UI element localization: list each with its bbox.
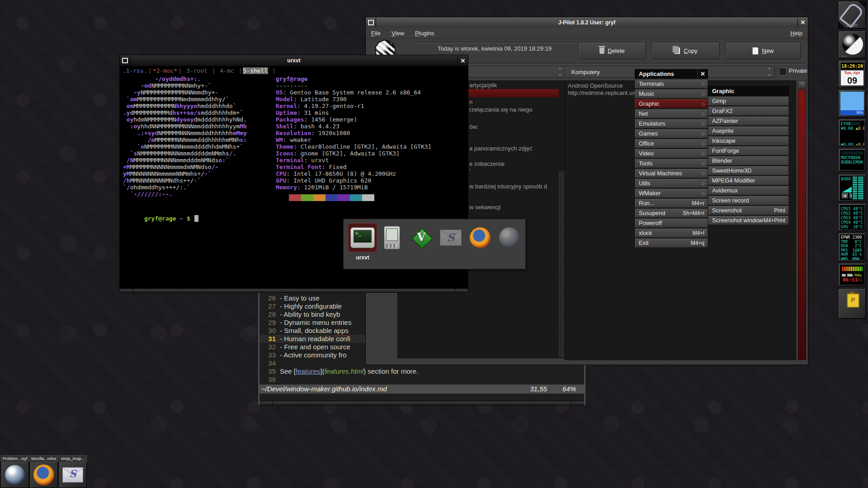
dock-bubble-monitor[interactable]: 04% (838, 89, 866, 117)
menu-item-run-[interactable]: Run...M4+r (635, 198, 708, 208)
volume-wedge-icon[interactable] (842, 187, 852, 192)
menu-item-virtual-machines[interactable]: Virtual Machines▷ (635, 169, 708, 178)
dock-ball-app[interactable]: ... (838, 31, 866, 59)
urxvt-titlebar[interactable]: urxvt ✕ (120, 55, 468, 66)
menu-item-gimp[interactable]: Gimp (708, 96, 789, 106)
menu-item-screenshot[interactable]: ScreenshotPrint (708, 206, 789, 215)
private-checkbox[interactable] (779, 68, 787, 75)
menu-item-screenshot-window[interactable]: Screenshot windowM4+Print (708, 216, 789, 225)
file-list-row[interactable]: w bardziej intuicyjny sposób d (469, 183, 547, 190)
menu-item-grafx2[interactable]: GraFX2 (708, 106, 789, 116)
menu-item-avidemux[interactable]: Avidemux (708, 186, 789, 195)
terminal-tab[interactable]: | (148, 67, 152, 74)
terminal-tab[interactable]: | (178, 67, 182, 74)
file-list-row[interactable]: ów: (469, 123, 478, 130)
dock-postit-app[interactable]: P (838, 288, 866, 319)
menu-item-games[interactable]: Games▷ (635, 129, 708, 138)
records-scrollbar[interactable]: ⌃ (798, 80, 806, 360)
close-button[interactable]: ✕ (458, 56, 468, 66)
switcher-slot-firefox[interactable] (466, 223, 495, 252)
menu-item-exit[interactable]: ExitM4+q (635, 238, 708, 248)
switcher-slot-vim[interactable]: V (407, 223, 436, 252)
menu-item-emulators[interactable]: Emulators▷ (635, 119, 708, 128)
terminal-tab[interactable]: *2-moc* (152, 67, 178, 74)
file-list-row[interactable]: a panoramicznych zdjęć (469, 145, 532, 152)
menu-view[interactable]: View (386, 28, 410, 38)
file-list-scrollbar[interactable] (559, 171, 565, 357)
dock-battery-monitor[interactable]: 90% 06:51 B1 (838, 263, 866, 286)
menu-close-icon[interactable]: ✕ (698, 70, 708, 78)
menu-help[interactable]: Help (785, 28, 808, 38)
close-button[interactable]: ✕ (797, 18, 808, 27)
menu-item-aseprite[interactable]: Aseprite (708, 126, 789, 136)
menu-item-video[interactable]: Video▷ (635, 149, 708, 158)
scrollbar-thumb[interactable] (798, 89, 806, 360)
cursor-block (194, 215, 198, 222)
new-button[interactable]: New (726, 42, 801, 59)
menu-item-poweroff[interactable]: Poweroff (635, 218, 708, 228)
vim-resizebar[interactable] (259, 401, 584, 405)
switcher-slot-jpilot[interactable] (377, 223, 406, 252)
menu-item-office[interactable]: Office▷ (635, 139, 708, 148)
record-row[interactable]: http://redmine.replicant.us/ (568, 89, 637, 96)
menu-item-blender[interactable]: Blender (708, 156, 789, 165)
terminal-tab[interactable]: | (238, 67, 243, 74)
menu-item-screen-record[interactable]: Screen record (708, 196, 789, 205)
mail-s-icon[interactable]: S (62, 467, 83, 483)
menu-item-fontforge[interactable]: FontForge (708, 146, 789, 155)
menu-item-mpeg4-modifier[interactable]: MPEG4 Modifier (708, 176, 789, 185)
applications-menu-title[interactable]: Applications ✕ (635, 69, 708, 79)
menu-item-tools[interactable]: Tools▷ (635, 159, 708, 168)
delete-button[interactable]: Delete (578, 42, 646, 59)
menu-item-xlock[interactable]: xlockM4+l (635, 228, 708, 238)
vim-line[interactable]: 36 (259, 375, 584, 384)
graphic-submenu-title[interactable]: Graphic (708, 86, 789, 96)
shell-prompt[interactable]: gryf@rage ~ $ (123, 208, 198, 229)
terminal-tab[interactable]: .1-rss. (122, 67, 148, 74)
prev-icon[interactable]: ◀ (841, 193, 848, 199)
dock-clip[interactable]: main (838, 1, 866, 29)
menu-item-net[interactable]: Net▷ (635, 109, 708, 118)
dock-weather-station[interactable]: EPWR 2300TMP 8°CDEW 2°CPRS 1009HUM 65 %W… (838, 233, 866, 262)
terminal-tab[interactable]: 5-shell (243, 67, 269, 74)
jpilot-titlebar[interactable]: J-Pilot 1.8.2 User: gryf ✕ (366, 17, 808, 28)
file-list-row[interactable]: e zobaczenia: (469, 160, 505, 167)
miniaturize-button[interactable] (120, 56, 130, 66)
file-list-row[interactable]: n (469, 99, 472, 105)
menu-item-susupend[interactable]: SusupendSh+M4+l (635, 208, 708, 218)
switcher-slot-urxvt[interactable]: >_ (348, 223, 377, 252)
terminal-tab[interactable]: | (268, 67, 276, 74)
terminal-tab[interactable]: | (212, 67, 216, 74)
file-list-row[interactable]: ' (469, 168, 470, 174)
menu-item-music[interactable]: Music▷ (635, 89, 708, 99)
menu-item-terminals[interactable]: Terminals▷ (635, 79, 708, 89)
file-list-row[interactable]: rzełączania się na niego (469, 106, 532, 113)
miniaturize-button[interactable] (366, 18, 376, 27)
switcher-slot-mail[interactable]: S (436, 223, 465, 252)
browser-globe-icon[interactable] (5, 465, 25, 485)
copy-button[interactable]: Copy (652, 42, 720, 59)
menu-item-sweethome3d[interactable]: SweetHome3D (708, 166, 789, 175)
dock-mixer-app[interactable]: 8488 ◀▶ (838, 174, 866, 202)
menu-plugins[interactable]: Plugins (410, 28, 440, 38)
file-list-row[interactable]: w sekwencji (469, 204, 500, 211)
scroll-up-icon[interactable]: ⌃ (798, 80, 806, 89)
urxvt-resizebar[interactable] (120, 288, 468, 292)
dock-cpu-temp-monitor[interactable]: CPU1 48°CCPU2 48°CCPU3 48°CCPU4 40°CGPU … (838, 203, 866, 231)
dock-network-monitor[interactable]: ETH08888▼0.00 ▲0.00▼0.00 ▲0.00 (838, 119, 866, 147)
menu-item-azpainter[interactable]: AZPainter (708, 116, 789, 126)
record-row[interactable]: Android OpenSource (568, 82, 623, 89)
menu-item-wmaker[interactable]: WMaker▷ (635, 188, 708, 198)
dock-clock-app[interactable]: 18:29:20 Tue, Apr 09 (838, 60, 866, 88)
firefox-icon[interactable] (33, 465, 54, 485)
vim-line[interactable]: 35See [features](features.html) section … (259, 367, 584, 375)
tmux-tab-bar[interactable]: .1-rss.|*2-moc*| 3-root | 4-mc |5-shell … (122, 67, 276, 74)
terminal-tab[interactable]: 4-mc (216, 67, 238, 74)
menu-item-inkscape[interactable]: Inkscape (708, 136, 789, 145)
menu-file[interactable]: File (366, 28, 386, 38)
dock-mocp-monitor[interactable]: X88888888MOCP8888BUBBLEMON (838, 148, 866, 172)
terminal-tab[interactable]: 3-root (182, 67, 212, 74)
switcher-slot-browser[interactable] (495, 223, 524, 252)
menu-item-graphic[interactable]: Graphic▷ (635, 99, 708, 108)
menu-item-utils[interactable]: Utils▷ (635, 178, 708, 188)
